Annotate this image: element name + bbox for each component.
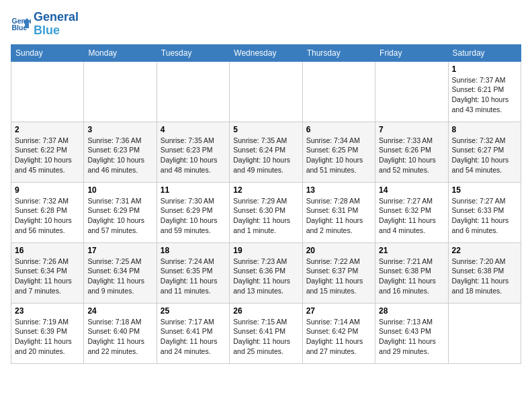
weekday-header-saturday: Saturday bbox=[448, 44, 521, 61]
day-number: 19 bbox=[233, 246, 298, 255]
calendar-cell: 23Sunrise: 7:19 AM Sunset: 6:39 PM Dayli… bbox=[11, 303, 84, 363]
weekday-header-row: SundayMondayTuesdayWednesdayThursdayFrid… bbox=[11, 44, 521, 61]
day-info: Sunrise: 7:13 AM Sunset: 6:43 PM Dayligh… bbox=[379, 317, 444, 357]
day-info: Sunrise: 7:25 AM Sunset: 6:34 PM Dayligh… bbox=[87, 257, 152, 296]
day-info: Sunrise: 7:18 AM Sunset: 6:40 PM Dayligh… bbox=[87, 317, 152, 357]
day-number: 25 bbox=[161, 306, 226, 316]
calendar-cell bbox=[84, 61, 157, 122]
day-number: 5 bbox=[233, 125, 298, 134]
day-info: Sunrise: 7:35 AM Sunset: 6:23 PM Dayligh… bbox=[161, 136, 226, 175]
day-info: Sunrise: 7:32 AM Sunset: 6:27 PM Dayligh… bbox=[452, 136, 517, 175]
calendar-cell: 21Sunrise: 7:21 AM Sunset: 6:38 PM Dayli… bbox=[375, 242, 448, 303]
calendar-cell: 27Sunrise: 7:14 AM Sunset: 6:42 PM Dayli… bbox=[302, 303, 375, 363]
calendar-cell: 4Sunrise: 7:35 AM Sunset: 6:23 PM Daylig… bbox=[157, 122, 229, 182]
day-number: 27 bbox=[306, 306, 371, 316]
calendar-cell bbox=[302, 61, 375, 122]
calendar-cell: 25Sunrise: 7:17 AM Sunset: 6:41 PM Dayli… bbox=[157, 303, 229, 363]
day-info: Sunrise: 7:14 AM Sunset: 6:42 PM Dayligh… bbox=[306, 317, 371, 357]
day-number: 2 bbox=[15, 125, 80, 134]
day-number: 21 bbox=[379, 246, 444, 255]
calendar-cell: 14Sunrise: 7:27 AM Sunset: 6:32 PM Dayli… bbox=[375, 182, 448, 242]
calendar-cell: 10Sunrise: 7:31 AM Sunset: 6:29 PM Dayli… bbox=[84, 182, 157, 242]
calendar-cell bbox=[448, 303, 521, 363]
logo-blue: Blue bbox=[34, 24, 79, 38]
day-number: 11 bbox=[161, 185, 226, 195]
page-header: General Blue General Blue bbox=[11, 11, 521, 38]
day-info: Sunrise: 7:29 AM Sunset: 6:30 PM Dayligh… bbox=[233, 196, 298, 236]
day-number: 1 bbox=[452, 64, 517, 74]
calendar-cell: 15Sunrise: 7:27 AM Sunset: 6:33 PM Dayli… bbox=[448, 182, 521, 242]
logo-icon: General Blue bbox=[11, 14, 31, 34]
week-row-4: 16Sunrise: 7:26 AM Sunset: 6:34 PM Dayli… bbox=[11, 242, 521, 303]
day-info: Sunrise: 7:31 AM Sunset: 6:29 PM Dayligh… bbox=[87, 196, 152, 236]
calendar-cell: 9Sunrise: 7:32 AM Sunset: 6:28 PM Daylig… bbox=[11, 182, 84, 242]
week-row-2: 2Sunrise: 7:37 AM Sunset: 6:22 PM Daylig… bbox=[11, 122, 521, 182]
calendar-cell: 6Sunrise: 7:34 AM Sunset: 6:25 PM Daylig… bbox=[302, 122, 375, 182]
calendar-cell bbox=[11, 61, 84, 122]
week-row-5: 23Sunrise: 7:19 AM Sunset: 6:39 PM Dayli… bbox=[11, 303, 521, 363]
week-row-3: 9Sunrise: 7:32 AM Sunset: 6:28 PM Daylig… bbox=[11, 182, 521, 242]
calendar-cell: 16Sunrise: 7:26 AM Sunset: 6:34 PM Dayli… bbox=[11, 242, 84, 303]
day-info: Sunrise: 7:27 AM Sunset: 6:32 PM Dayligh… bbox=[379, 196, 444, 236]
day-number: 4 bbox=[161, 125, 226, 134]
day-number: 8 bbox=[452, 125, 517, 134]
calendar-cell: 2Sunrise: 7:37 AM Sunset: 6:22 PM Daylig… bbox=[11, 122, 84, 182]
day-info: Sunrise: 7:34 AM Sunset: 6:25 PM Dayligh… bbox=[306, 136, 371, 175]
day-info: Sunrise: 7:32 AM Sunset: 6:28 PM Dayligh… bbox=[15, 196, 80, 236]
day-info: Sunrise: 7:26 AM Sunset: 6:34 PM Dayligh… bbox=[15, 257, 80, 296]
day-number: 28 bbox=[379, 306, 444, 316]
calendar-cell: 1Sunrise: 7:37 AM Sunset: 6:21 PM Daylig… bbox=[448, 61, 521, 122]
day-number: 24 bbox=[87, 306, 152, 316]
calendar-cell: 24Sunrise: 7:18 AM Sunset: 6:40 PM Dayli… bbox=[84, 303, 157, 363]
week-row-1: 1Sunrise: 7:37 AM Sunset: 6:21 PM Daylig… bbox=[11, 61, 521, 122]
weekday-header-monday: Monday bbox=[84, 44, 157, 61]
day-info: Sunrise: 7:27 AM Sunset: 6:33 PM Dayligh… bbox=[452, 196, 517, 236]
day-number: 17 bbox=[87, 246, 152, 255]
day-number: 10 bbox=[87, 185, 152, 195]
calendar-cell bbox=[157, 61, 229, 122]
day-info: Sunrise: 7:22 AM Sunset: 6:37 PM Dayligh… bbox=[306, 257, 371, 296]
weekday-header-thursday: Thursday bbox=[302, 44, 375, 61]
weekday-header-friday: Friday bbox=[375, 44, 448, 61]
day-number: 26 bbox=[233, 306, 298, 316]
calendar-cell: 12Sunrise: 7:29 AM Sunset: 6:30 PM Dayli… bbox=[230, 182, 302, 242]
day-info: Sunrise: 7:20 AM Sunset: 6:38 PM Dayligh… bbox=[452, 257, 517, 296]
day-number: 12 bbox=[233, 185, 298, 195]
day-info: Sunrise: 7:36 AM Sunset: 6:23 PM Dayligh… bbox=[87, 136, 152, 175]
day-number: 14 bbox=[379, 185, 444, 195]
day-number: 20 bbox=[306, 246, 371, 255]
day-info: Sunrise: 7:19 AM Sunset: 6:39 PM Dayligh… bbox=[15, 317, 80, 357]
svg-text:Blue: Blue bbox=[12, 24, 28, 32]
day-info: Sunrise: 7:15 AM Sunset: 6:41 PM Dayligh… bbox=[233, 317, 298, 357]
day-info: Sunrise: 7:35 AM Sunset: 6:24 PM Dayligh… bbox=[233, 136, 298, 175]
day-info: Sunrise: 7:23 AM Sunset: 6:36 PM Dayligh… bbox=[233, 257, 298, 296]
day-number: 6 bbox=[306, 125, 371, 134]
weekday-header-sunday: Sunday bbox=[11, 44, 84, 61]
calendar-cell: 28Sunrise: 7:13 AM Sunset: 6:43 PM Dayli… bbox=[375, 303, 448, 363]
day-number: 13 bbox=[306, 185, 371, 195]
calendar-cell: 7Sunrise: 7:33 AM Sunset: 6:26 PM Daylig… bbox=[375, 122, 448, 182]
weekday-header-tuesday: Tuesday bbox=[157, 44, 229, 61]
day-number: 22 bbox=[452, 246, 517, 255]
day-number: 7 bbox=[379, 125, 444, 134]
weekday-header-wednesday: Wednesday bbox=[230, 44, 302, 61]
day-info: Sunrise: 7:28 AM Sunset: 6:31 PM Dayligh… bbox=[306, 196, 371, 236]
day-info: Sunrise: 7:21 AM Sunset: 6:38 PM Dayligh… bbox=[379, 257, 444, 296]
calendar-cell: 13Sunrise: 7:28 AM Sunset: 6:31 PM Dayli… bbox=[302, 182, 375, 242]
calendar-cell bbox=[375, 61, 448, 122]
logo-general: General bbox=[34, 11, 79, 24]
calendar-cell: 18Sunrise: 7:24 AM Sunset: 6:35 PM Dayli… bbox=[157, 242, 229, 303]
calendar-cell: 19Sunrise: 7:23 AM Sunset: 6:36 PM Dayli… bbox=[230, 242, 302, 303]
day-number: 16 bbox=[15, 246, 80, 255]
day-number: 9 bbox=[15, 185, 80, 195]
day-number: 3 bbox=[87, 125, 152, 134]
day-info: Sunrise: 7:37 AM Sunset: 6:22 PM Dayligh… bbox=[15, 136, 80, 175]
day-info: Sunrise: 7:17 AM Sunset: 6:41 PM Dayligh… bbox=[161, 317, 226, 357]
calendar-table: SundayMondayTuesdayWednesdayThursdayFrid… bbox=[11, 44, 521, 364]
calendar-cell: 11Sunrise: 7:30 AM Sunset: 6:29 PM Dayli… bbox=[157, 182, 229, 242]
day-info: Sunrise: 7:30 AM Sunset: 6:29 PM Dayligh… bbox=[161, 196, 226, 236]
day-info: Sunrise: 7:33 AM Sunset: 6:26 PM Dayligh… bbox=[379, 136, 444, 175]
logo: General Blue General Blue bbox=[11, 11, 79, 38]
day-number: 18 bbox=[161, 246, 226, 255]
calendar-cell: 17Sunrise: 7:25 AM Sunset: 6:34 PM Dayli… bbox=[84, 242, 157, 303]
